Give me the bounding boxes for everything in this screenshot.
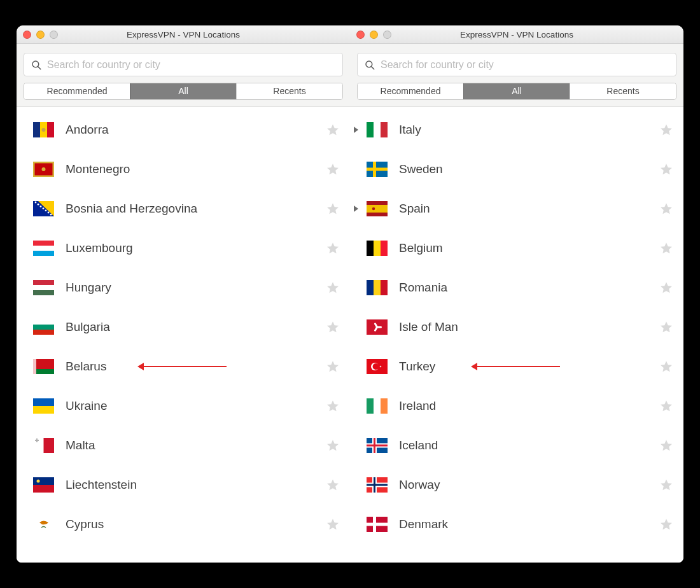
location-name: Belgium [399, 241, 443, 255]
flag-icon [367, 398, 388, 414]
tab-recents[interactable]: Recents [570, 83, 676, 99]
location-row[interactable]: Romania [350, 268, 683, 307]
favorite-star-icon[interactable] [326, 202, 340, 216]
favorite-star-icon[interactable] [326, 241, 340, 255]
svg-rect-22 [33, 285, 54, 290]
location-list[interactable]: Andorra Montenegro Bosnia and Herzegovin… [17, 110, 350, 563]
location-row[interactable]: Malta [17, 426, 350, 465]
svg-rect-53 [374, 241, 381, 256]
minimize-icon[interactable] [36, 31, 45, 39]
zoom-icon[interactable] [50, 31, 58, 39]
location-row[interactable]: Liechtenstein [17, 465, 350, 505]
location-row[interactable]: Norway [350, 465, 683, 505]
favorite-star-icon[interactable] [659, 478, 673, 492]
location-row[interactable]: Ireland [350, 386, 683, 426]
favorite-star-icon[interactable] [659, 360, 673, 374]
app-screenshot: ExpressVPN - VPN Locations Search for co… [17, 25, 683, 563]
expand-icon[interactable] [354, 127, 358, 133]
favorite-star-icon[interactable] [326, 281, 340, 295]
location-row[interactable]: Spain [350, 189, 683, 228]
search-input[interactable]: Search for country or city [24, 53, 343, 76]
favorite-star-icon[interactable] [326, 517, 340, 531]
flag-icon [33, 241, 54, 256]
svg-rect-4 [47, 122, 54, 137]
window-right: ExpressVPN - VPN Locations Search for co… [350, 25, 683, 563]
location-name: Italy [399, 123, 421, 137]
location-row[interactable]: Hungary [17, 268, 350, 307]
location-row[interactable]: Iceland [350, 426, 683, 465]
tab-recommended[interactable]: Recommended [358, 83, 463, 99]
location-name: Ireland [399, 399, 436, 413]
location-name: Luxembourg [66, 241, 133, 255]
location-row[interactable]: Bosnia and Herzegovina [17, 189, 350, 228]
location-list[interactable]: Italy Sweden Spain Belgium [350, 110, 683, 563]
location-row[interactable]: Turkey [350, 347, 683, 386]
favorite-star-icon[interactable] [659, 399, 673, 413]
flag-icon [367, 280, 388, 295]
flag-icon [33, 517, 54, 532]
location-row[interactable]: Belgium [350, 228, 683, 268]
location-name: Liechtenstein [66, 478, 137, 492]
location-name: Montenegro [66, 162, 130, 176]
location-name: Ukraine [66, 399, 107, 413]
flag-icon [33, 201, 54, 216]
svg-point-11 [35, 202, 37, 204]
location-row[interactable]: Sweden [350, 150, 683, 189]
favorite-star-icon[interactable] [326, 162, 340, 176]
favorite-star-icon[interactable] [659, 241, 673, 255]
svg-rect-19 [33, 246, 54, 251]
svg-point-17 [50, 214, 52, 216]
close-icon[interactable] [23, 31, 31, 39]
location-row[interactable]: Luxembourg [17, 228, 350, 268]
favorite-star-icon[interactable] [659, 281, 673, 295]
location-row[interactable]: Italy [350, 110, 683, 150]
flag-icon [367, 319, 388, 335]
favorite-star-icon[interactable] [326, 320, 340, 334]
favorite-star-icon[interactable] [326, 478, 340, 492]
favorite-star-icon[interactable] [659, 517, 673, 531]
favorite-star-icon[interactable] [659, 202, 673, 216]
favorite-star-icon[interactable] [326, 123, 340, 137]
location-name: Iceland [399, 438, 438, 452]
flag-icon [367, 162, 388, 177]
search-placeholder: Search for country or city [381, 59, 494, 71]
location-row[interactable]: Belarus [17, 347, 350, 386]
svg-rect-43 [367, 122, 374, 137]
svg-rect-45 [381, 122, 388, 137]
location-row[interactable]: Ukraine [17, 386, 350, 426]
location-row[interactable]: Cyprus [17, 505, 350, 544]
favorite-star-icon[interactable] [326, 399, 340, 413]
tab-all[interactable]: All [130, 83, 236, 99]
tab-recents[interactable]: Recents [236, 83, 342, 99]
location-row[interactable]: Denmark [350, 505, 683, 544]
tab-all[interactable]: All [463, 83, 570, 99]
minimize-icon[interactable] [370, 31, 378, 39]
location-row[interactable]: Bulgaria [17, 307, 350, 347]
svg-point-64 [373, 363, 379, 370]
flag-icon [33, 477, 54, 493]
svg-rect-34 [44, 438, 55, 453]
favorite-star-icon[interactable] [326, 438, 340, 452]
svg-rect-66 [367, 398, 374, 414]
favorite-star-icon[interactable] [659, 162, 673, 176]
window-left: ExpressVPN - VPN Locations Search for co… [17, 25, 350, 563]
location-name: Turkey [399, 360, 435, 374]
expand-icon[interactable] [354, 206, 358, 212]
location-name: Andorra [66, 123, 109, 137]
tab-recommended[interactable]: Recommended [24, 83, 130, 99]
zoom-icon[interactable] [383, 31, 391, 39]
favorite-star-icon[interactable] [659, 438, 673, 452]
flag-icon [367, 477, 388, 493]
search-input[interactable]: Search for country or city [357, 53, 676, 76]
svg-rect-20 [33, 251, 54, 256]
flag-icon [33, 162, 54, 177]
favorite-star-icon[interactable] [326, 360, 340, 374]
svg-point-8 [42, 167, 46, 171]
close-icon[interactable] [356, 31, 365, 39]
location-row[interactable]: Isle of Man [350, 307, 683, 347]
location-row[interactable]: Montenegro [17, 150, 350, 189]
favorite-star-icon[interactable] [659, 320, 673, 334]
favorite-star-icon[interactable] [659, 123, 673, 137]
location-row[interactable]: Andorra [17, 110, 350, 150]
tabs: Recommended All Recents [357, 83, 676, 100]
